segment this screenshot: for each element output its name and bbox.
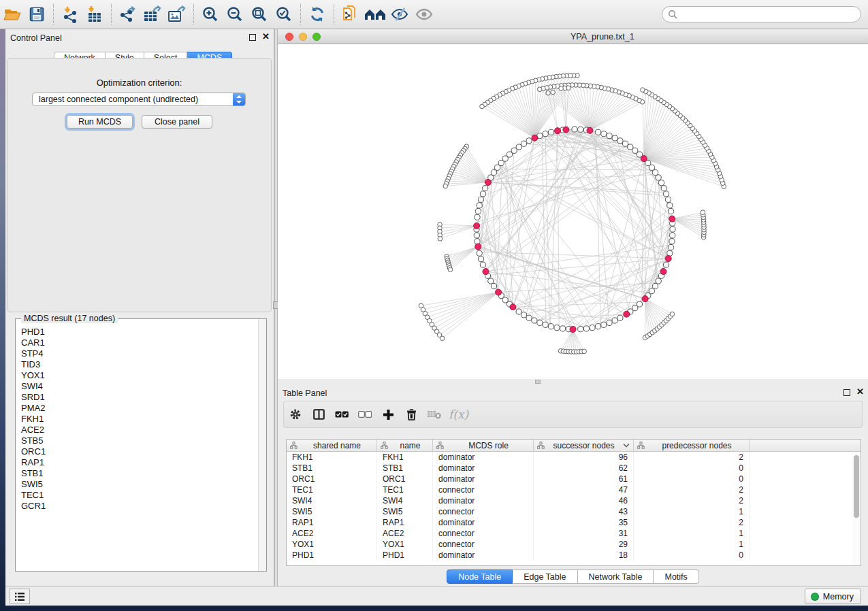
- dominator-node[interactable]: [665, 256, 671, 262]
- dominator-node[interactable]: [587, 127, 593, 133]
- zoom-out-button[interactable]: [223, 3, 247, 26]
- open-file-button[interactable]: [0, 3, 25, 26]
- optimization-dropdown[interactable]: largest connected component (undirected): [32, 93, 246, 106]
- ring-node[interactable]: [480, 191, 485, 197]
- satellite-node[interactable]: [480, 104, 485, 109]
- ring-node[interactable]: [543, 322, 548, 327]
- ring-node[interactable]: [478, 197, 483, 202]
- zoom-fit-button[interactable]: [247, 3, 272, 26]
- table-row[interactable]: RAP1RAP1dominator352: [287, 517, 861, 528]
- window-close-button[interactable]: [285, 33, 293, 41]
- ring-node[interactable]: [669, 208, 674, 214]
- ring-node[interactable]: [475, 208, 481, 214]
- share-document-button[interactable]: [338, 3, 363, 26]
- ring-node[interactable]: [670, 233, 675, 238]
- ring-node[interactable]: [537, 320, 543, 325]
- mcds-result-item[interactable]: FKH1: [21, 414, 258, 425]
- mcds-result-item[interactable]: SRD1: [21, 392, 258, 403]
- delete-column-button[interactable]: [400, 403, 423, 425]
- ring-node[interactable]: [612, 135, 617, 141]
- mcds-result-item[interactable]: STB5: [21, 435, 258, 446]
- mcds-list-scrollbar[interactable]: [258, 319, 266, 571]
- ring-node[interactable]: [661, 186, 666, 191]
- dominator-node[interactable]: [660, 269, 666, 275]
- mcds-result-item[interactable]: SWI5: [21, 479, 258, 490]
- memory-button[interactable]: Memory: [805, 589, 861, 604]
- ring-node[interactable]: [483, 186, 488, 191]
- table-row[interactable]: ACE2ACE2connector311: [287, 528, 861, 539]
- column-header-successor-nodes[interactable]: successor nodes: [534, 440, 634, 451]
- satellite-node[interactable]: [551, 90, 556, 95]
- tab-network-table[interactable]: Network Table: [578, 569, 654, 584]
- export-network-button[interactable]: [116, 3, 140, 26]
- tab-node-table[interactable]: Node Table: [447, 569, 513, 584]
- splitter-handle[interactable]: [535, 380, 541, 384]
- satellite-node[interactable]: [438, 237, 443, 242]
- ring-node[interactable]: [560, 326, 566, 331]
- ring-node[interactable]: [491, 283, 496, 288]
- ring-node[interactable]: [607, 320, 612, 325]
- table-row[interactable]: SWI5SWI5connector431: [287, 506, 861, 517]
- ring-node[interactable]: [578, 127, 583, 132]
- ring-node[interactable]: [669, 239, 675, 244]
- ring-node[interactable]: [622, 141, 628, 146]
- ring-node[interactable]: [607, 133, 612, 139]
- column-header-name[interactable]: name: [377, 440, 433, 451]
- zoom-selected-button[interactable]: [272, 3, 296, 26]
- ring-node[interactable]: [502, 297, 508, 303]
- ring-node[interactable]: [637, 301, 642, 307]
- ring-node[interactable]: [526, 315, 532, 320]
- ring-node[interactable]: [507, 152, 512, 157]
- ring-node[interactable]: [495, 165, 500, 170]
- table-row[interactable]: YOX1YOX1connector291: [287, 539, 861, 550]
- network-canvas[interactable]: [278, 44, 868, 379]
- mcds-result-item[interactable]: STB1: [21, 468, 258, 479]
- ring-node[interactable]: [478, 257, 483, 262]
- ring-node[interactable]: [656, 175, 661, 180]
- window-minimize-button[interactable]: [299, 33, 307, 41]
- close-panel-icon[interactable]: ✕: [262, 32, 270, 42]
- close-panel-button[interactable]: Close panel: [142, 115, 212, 129]
- network-graph[interactable]: [278, 44, 868, 379]
- mcds-result-item[interactable]: ACE2: [21, 425, 258, 435]
- dominator-node[interactable]: [641, 156, 647, 162]
- ring-node[interactable]: [502, 156, 508, 161]
- ring-node[interactable]: [583, 326, 589, 331]
- table-scrollbar[interactable]: [852, 453, 860, 565]
- ring-node[interactable]: [617, 138, 623, 144]
- zoom-in-button[interactable]: [198, 3, 223, 26]
- column-header-mcds-role[interactable]: MCDS role: [433, 440, 534, 451]
- satellite-node[interactable]: [641, 88, 645, 93]
- mcds-result-item[interactable]: STP4: [21, 348, 258, 359]
- ring-node[interactable]: [649, 165, 654, 170]
- satellite-node[interactable]: [582, 349, 587, 354]
- ring-node[interactable]: [664, 262, 669, 267]
- ring-node[interactable]: [526, 138, 532, 144]
- tab-edge-table[interactable]: Edge Table: [513, 569, 577, 584]
- scrollbar-thumb[interactable]: [854, 455, 859, 518]
- ring-node[interactable]: [554, 325, 560, 331]
- run-mcds-button[interactable]: Run MCDS: [67, 115, 133, 129]
- split-panel-button[interactable]: [307, 403, 330, 425]
- ring-node[interactable]: [572, 127, 577, 132]
- satellite-node[interactable]: [448, 267, 453, 272]
- import-network-button[interactable]: [58, 3, 82, 26]
- ring-node[interactable]: [548, 324, 553, 329]
- dominator-node[interactable]: [510, 304, 516, 310]
- ring-node[interactable]: [521, 312, 526, 318]
- export-image-button[interactable]: [165, 3, 189, 26]
- ring-node[interactable]: [617, 315, 623, 320]
- ring-node[interactable]: [612, 318, 617, 323]
- mcds-result-item[interactable]: TID3: [21, 359, 258, 370]
- ring-node[interactable]: [498, 160, 504, 165]
- ring-node[interactable]: [480, 262, 485, 267]
- ring-node[interactable]: [601, 131, 607, 137]
- ring-node[interactable]: [532, 318, 537, 323]
- hide-selected-button[interactable]: [387, 3, 412, 26]
- mcds-result-item[interactable]: PHD1: [21, 327, 258, 337]
- dominator-node[interactable]: [570, 327, 576, 333]
- table-row[interactable]: FKH1FKH1dominator962: [287, 452, 861, 463]
- column-settings-button[interactable]: [284, 403, 307, 425]
- ring-node[interactable]: [595, 324, 600, 329]
- float-panel-icon[interactable]: [843, 389, 850, 396]
